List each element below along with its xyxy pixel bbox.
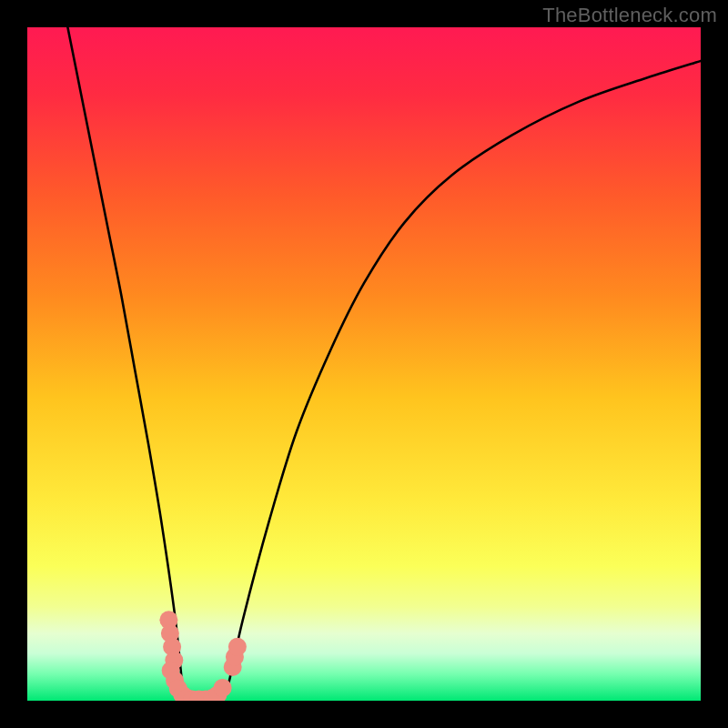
bottleneck-curve: [67, 27, 701, 701]
plot-area: [27, 27, 701, 701]
curve-layer: [27, 27, 701, 701]
marker-dot: [228, 638, 247, 656]
attribution-text: TheBottleneck.com: [542, 4, 717, 27]
marker-dot: [214, 679, 232, 697]
chart-frame: TheBottleneck.com: [0, 0, 728, 728]
data-markers: [159, 611, 246, 701]
